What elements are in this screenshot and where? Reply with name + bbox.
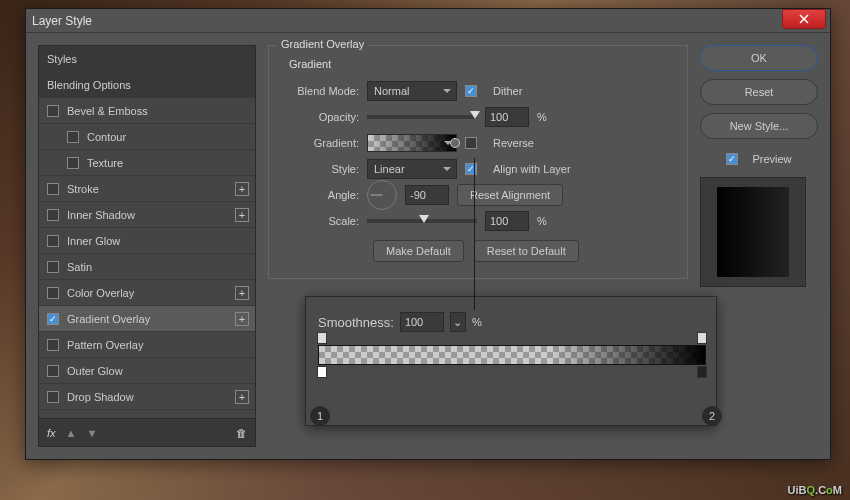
reset-alignment-button[interactable]: Reset Alignment [457,184,563,206]
sidebar-footer: fx ▲ ▼ 🗑 [39,418,255,446]
scale-input[interactable]: 100 [485,211,529,231]
close-button[interactable] [782,9,826,29]
callout-line [474,158,475,310]
color-stop-right[interactable] [697,366,707,378]
scale-unit: % [537,215,547,227]
sidebar-blending-options[interactable]: Blending Options [39,72,255,98]
dialog-title: Layer Style [32,14,92,28]
checkbox-drop-shadow[interactable] [47,391,59,403]
preview-checkbox[interactable] [726,153,738,165]
align-checkbox[interactable] [465,163,477,175]
ok-button[interactable]: OK [700,45,818,71]
checkbox-bevel[interactable] [47,105,59,117]
checkbox-stroke[interactable] [47,183,59,195]
add-icon[interactable]: + [235,182,249,196]
gradient-picker[interactable] [367,134,457,152]
dither-checkbox[interactable] [465,85,477,97]
opacity-label: Opacity: [281,111,359,123]
watermark: UiBQ.CoM [788,474,842,500]
sidebar-header-styles[interactable]: Styles [39,46,255,72]
sidebar-item-drop-shadow[interactable]: Drop Shadow+ [39,384,255,410]
add-icon[interactable]: + [235,390,249,404]
sidebar-item-satin[interactable]: Satin [39,254,255,280]
titlebar[interactable]: Layer Style [26,9,830,33]
reverse-checkbox[interactable] [465,137,477,149]
sidebar-item-color-overlay[interactable]: Color Overlay+ [39,280,255,306]
add-icon[interactable]: + [235,208,249,222]
gradient-overlay-group: Gradient Overlay Gradient Blend Mode: No… [268,45,688,279]
add-icon[interactable]: + [235,312,249,326]
checkbox-inner-glow[interactable] [47,235,59,247]
checkbox-inner-shadow[interactable] [47,209,59,221]
add-icon[interactable]: + [235,286,249,300]
style-dropdown[interactable]: Linear [367,159,457,179]
sidebar-item-contour[interactable]: Contour [39,124,255,150]
sidebar-item-stroke[interactable]: Stroke+ [39,176,255,202]
checkbox-color-overlay[interactable] [47,287,59,299]
smoothness-label: Smoothness: [318,315,394,330]
sidebar-item-outer-glow[interactable]: Outer Glow [39,358,255,384]
arrow-down-icon[interactable]: ▼ [86,427,97,439]
preview-label: Preview [752,153,791,165]
sidebar-item-texture[interactable]: Texture [39,150,255,176]
sidebar-item-bevel-emboss[interactable]: Bevel & Emboss [39,98,255,124]
smoothness-dropdown-icon[interactable]: ⌄ [450,312,466,332]
fx-label[interactable]: fx [47,427,56,439]
right-panel: OK Reset New Style... Preview [700,45,818,447]
gradient-label: Gradient: [281,137,359,149]
new-style-button[interactable]: New Style... [700,113,818,139]
badge-1: 1 [310,406,330,426]
sidebar-item-gradient-overlay[interactable]: Gradient Overlay+ [39,306,255,332]
angle-label: Angle: [281,189,359,201]
checkbox-outer-glow[interactable] [47,365,59,377]
reverse-label: Reverse [493,137,534,149]
dither-label: Dither [493,85,522,97]
gradient-handle-icon[interactable] [450,138,460,148]
opacity-stop-left[interactable] [317,332,327,344]
blend-mode-label: Blend Mode: [281,85,359,97]
sidebar-item-inner-shadow[interactable]: Inner Shadow+ [39,202,255,228]
style-label: Style: [281,163,359,175]
make-default-button[interactable]: Make Default [373,240,464,262]
angle-dial[interactable] [367,180,397,210]
opacity-stop-right[interactable] [697,332,707,344]
smoothness-unit: % [472,316,482,328]
smoothness-input[interactable]: 100 [400,312,444,332]
sub-label: Gradient [289,58,675,70]
reset-button[interactable]: Reset [700,79,818,105]
scale-slider[interactable] [367,219,477,223]
angle-input[interactable]: -90 [405,185,449,205]
opacity-slider[interactable] [367,115,477,119]
sidebar-item-pattern-overlay[interactable]: Pattern Overlay [39,332,255,358]
blend-mode-dropdown[interactable]: Normal [367,81,457,101]
reset-default-button[interactable]: Reset to Default [474,240,579,262]
badge-2: 2 [702,406,722,426]
checkbox-contour[interactable] [67,131,79,143]
preview-swatch [700,177,806,287]
opacity-unit: % [537,111,547,123]
checkbox-satin[interactable] [47,261,59,273]
trash-icon[interactable]: 🗑 [236,427,247,439]
color-stop-left[interactable] [317,366,327,378]
align-label: Align with Layer [493,163,571,175]
checkbox-pattern-overlay[interactable] [47,339,59,351]
scale-label: Scale: [281,215,359,227]
checkbox-texture[interactable] [67,157,79,169]
gradient-bar[interactable] [318,345,706,365]
styles-sidebar: Styles Blending Options Bevel & Emboss C… [38,45,256,447]
group-label: Gradient Overlay [277,38,368,50]
sidebar-item-inner-glow[interactable]: Inner Glow [39,228,255,254]
checkbox-gradient-overlay[interactable] [47,313,59,325]
annotation-badges: 1 2 [310,406,722,426]
opacity-input[interactable]: 100 [485,107,529,127]
arrow-up-icon[interactable]: ▲ [66,427,77,439]
